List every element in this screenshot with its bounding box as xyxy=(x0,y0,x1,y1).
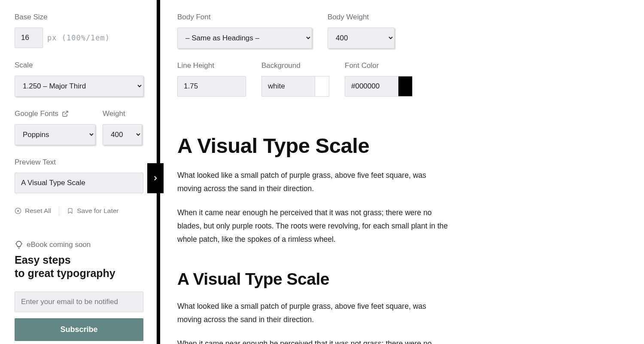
weight-select[interactable]: 400 xyxy=(103,124,142,145)
main-controls-row-1: Body Font – Same as Headings – Body Weig… xyxy=(177,0,644,61)
preview-text-field: Preview Text xyxy=(15,158,142,193)
background-field: Background xyxy=(261,61,329,97)
background-swatch[interactable] xyxy=(315,76,329,97)
font-color-label: Font Color xyxy=(345,61,413,70)
close-circle-icon xyxy=(15,207,21,214)
sidebar: Base Size px (100%/1em) Scale 1.250 – Ma… xyxy=(0,0,157,344)
save-for-later-button[interactable]: Save for Later xyxy=(67,207,118,215)
preview-para-2a: What looked like a small patch of purple… xyxy=(177,300,452,326)
ebook-title-line1: Easy steps xyxy=(15,254,71,266)
main-panel: Body Font – Same as Headings – Body Weig… xyxy=(160,0,644,344)
google-fonts-select[interactable]: Poppins xyxy=(15,124,95,145)
base-size-field: Base Size px (100%/1em) xyxy=(15,13,142,48)
bookmark-icon xyxy=(67,207,73,214)
main-controls-row-2: Line Height Background Font Color xyxy=(177,61,644,110)
body-font-select[interactable]: – Same as Headings – xyxy=(177,27,312,49)
font-row: Google Fonts Poppins Weight 400 xyxy=(15,110,142,145)
preview-text-label: Preview Text xyxy=(15,158,142,167)
email-input[interactable] xyxy=(15,292,143,312)
font-color-field: Font Color xyxy=(345,61,413,97)
collapse-button[interactable] xyxy=(147,163,164,193)
ebook-title: Easy steps to great typography xyxy=(15,253,142,280)
scale-field: Scale 1.250 – Major Third xyxy=(15,61,142,97)
base-size-label: Base Size xyxy=(15,13,142,21)
external-link-icon[interactable] xyxy=(62,110,69,117)
body-font-label: Body Font xyxy=(177,13,312,21)
action-separator xyxy=(59,206,59,216)
reset-all-button[interactable]: Reset All xyxy=(15,207,51,215)
preview-para-1b: When it came near enough he perceived th… xyxy=(177,206,452,246)
preview-heading-1: A Visual Type Scale xyxy=(177,134,452,158)
scale-select[interactable]: 1.250 – Major Third xyxy=(15,76,143,97)
preview-block-2: A Visual Type Scale What looked like a s… xyxy=(177,270,452,344)
preview-para-1a: What looked like a small patch of purple… xyxy=(177,169,452,195)
ebook-title-line2: to great typography xyxy=(15,267,115,279)
body-font-field: Body Font – Same as Headings – xyxy=(177,13,312,49)
google-fonts-label: Google Fonts xyxy=(15,110,58,118)
font-color-swatch[interactable] xyxy=(398,76,413,97)
reset-all-label: Reset All xyxy=(25,207,51,215)
subscribe-button[interactable]: Subscribe xyxy=(15,318,143,341)
base-size-input[interactable] xyxy=(15,27,43,48)
background-input[interactable] xyxy=(261,76,315,97)
body-weight-label: Body Weight xyxy=(328,13,395,21)
ebook-promo: eBook coming soon Easy steps to great ty… xyxy=(15,240,142,341)
svg-line-0 xyxy=(65,111,68,114)
panel-divider[interactable] xyxy=(157,0,160,344)
base-size-hint: px (100%/1em) xyxy=(47,33,110,42)
preview-block-1: A Visual Type Scale What looked like a s… xyxy=(177,134,452,246)
lightbulb-icon xyxy=(15,240,23,249)
weight-label: Weight xyxy=(103,110,142,118)
preview-text-input[interactable] xyxy=(15,173,143,193)
line-height-field: Line Height xyxy=(177,61,246,97)
body-weight-field: Body Weight 400 xyxy=(328,13,395,49)
line-height-input[interactable] xyxy=(177,76,246,97)
font-color-input[interactable] xyxy=(345,76,398,97)
save-for-later-label: Save for Later xyxy=(77,207,118,215)
line-height-label: Line Height xyxy=(177,61,246,70)
ebook-eyebrow-text: eBook coming soon xyxy=(27,240,91,249)
background-label: Background xyxy=(261,61,329,70)
sidebar-actions: Reset All Save for Later xyxy=(15,206,142,216)
chevron-right-icon xyxy=(152,172,159,184)
preview-para-2b: When it came near enough he perceived th… xyxy=(177,337,452,344)
preview-heading-2: A Visual Type Scale xyxy=(177,270,452,289)
body-weight-select[interactable]: 400 xyxy=(328,27,395,49)
scale-label: Scale xyxy=(15,61,142,70)
